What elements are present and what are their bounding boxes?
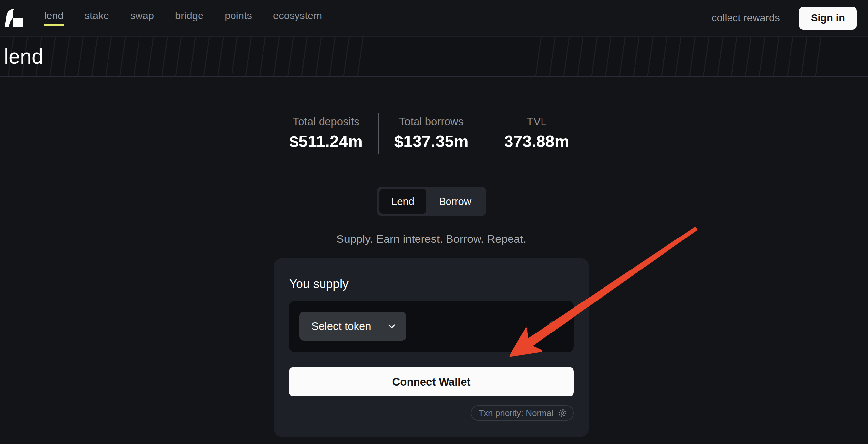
- stats-bar: Total deposits $511.24m Total borrows $1…: [274, 114, 589, 154]
- stat-total-deposits: Total deposits $511.24m: [274, 114, 378, 154]
- connect-wallet-button[interactable]: Connect Wallet: [289, 367, 574, 396]
- collect-rewards-link[interactable]: collect rewards: [712, 12, 780, 24]
- txn-priority-pill[interactable]: Txn priority: Normal: [471, 406, 574, 421]
- stat-label: Total deposits: [274, 115, 378, 128]
- stat-label: TVL: [485, 115, 589, 128]
- nav-item-points[interactable]: points: [225, 10, 252, 26]
- stat-value: $511.24m: [274, 132, 378, 151]
- stat-label: Total borrows: [379, 115, 484, 128]
- sign-in-button[interactable]: Sign in: [799, 7, 857, 30]
- nav-links: lend stake swap bridge points ecosystem: [44, 10, 322, 26]
- hero-banner: lend: [0, 36, 868, 77]
- navbar: lend stake swap bridge points ecosystem …: [0, 0, 868, 36]
- chevron-down-icon: [386, 321, 397, 331]
- nav-item-ecosystem[interactable]: ecosystem: [273, 10, 322, 26]
- nav-item-lend[interactable]: lend: [44, 10, 64, 26]
- nav-item-bridge[interactable]: bridge: [175, 10, 204, 26]
- amount-input[interactable]: Select token 0: [289, 301, 574, 352]
- gear-icon: [557, 408, 567, 418]
- page-title: lend: [4, 45, 43, 68]
- nav-item-stake[interactable]: stake: [85, 10, 109, 26]
- txn-priority-label: Txn priority: Normal: [478, 409, 553, 417]
- stat-total-borrows: Total borrows $137.35m: [378, 114, 484, 154]
- nav-item-swap[interactable]: swap: [130, 10, 154, 26]
- supply-card-title: You supply: [289, 277, 349, 291]
- navbar-right: collect rewards Sign in: [712, 7, 857, 30]
- hero-hatch-pattern: [0, 37, 365, 76]
- stat-tvl: TVL 373.88m: [484, 114, 589, 154]
- tagline: Supply. Earn interest. Borrow. Repeat.: [274, 233, 589, 245]
- supply-card: You supply Select token 0 Connect Wallet…: [274, 258, 589, 437]
- tab-lend[interactable]: Lend: [379, 189, 426, 214]
- tab-borrow[interactable]: Borrow: [426, 189, 484, 214]
- select-token-label: Select token: [311, 320, 371, 332]
- stat-value: 373.88m: [485, 132, 589, 151]
- lend-borrow-toggle: Lend Borrow: [377, 187, 486, 216]
- select-token-button[interactable]: Select token: [300, 312, 406, 341]
- app-logo-icon[interactable]: [4, 8, 23, 28]
- stat-value: $137.35m: [379, 132, 484, 151]
- hero-hatch-pattern: [528, 37, 821, 76]
- app-screen: lend stake swap bridge points ecosystem …: [0, 0, 868, 444]
- amount-placeholder: 0: [548, 318, 557, 335]
